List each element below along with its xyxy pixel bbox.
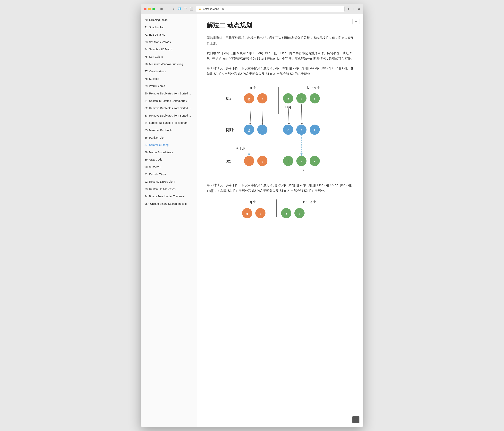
svg-text:S2:: S2: (226, 159, 231, 163)
scroll-top-button[interactable]: ↑ (352, 416, 360, 423)
svg-text:r: r (248, 159, 250, 163)
maximize-button[interactable] (152, 8, 155, 10)
new-tab-icon[interactable]: ＋ (352, 7, 355, 11)
svg-text:len－q 个: len－q 个 (307, 86, 320, 89)
page-title: 解法二 动态规划 (207, 21, 354, 30)
extension-icon[interactable]: 🧊 (178, 7, 182, 11)
svg-line-30 (301, 104, 302, 124)
sidebar-item-85[interactable]: 85. Maximal Rectangle (141, 127, 197, 134)
svg-text:g: g (261, 159, 263, 163)
sidebar-item-93[interactable]: 93. Restore IP Addresses (141, 186, 197, 193)
sidebar-item-80[interactable]: 80. Remove Duplicates from Sorted ... (141, 90, 197, 97)
address-bar[interactable]: 🔒 leetcode.wang ↻ (196, 6, 345, 12)
svg-text:r: r (261, 97, 263, 100)
svg-text:a: a (301, 97, 302, 100)
forward-button[interactable]: › (172, 7, 175, 11)
sidebar-item-91[interactable]: 91. Decode Ways (141, 171, 197, 178)
sidebar-item-75[interactable]: 75. Sort Colors (141, 53, 197, 61)
menu-button[interactable]: ≡ (352, 18, 360, 25)
svg-line-27 (250, 104, 251, 124)
paragraph-1: 既然是递归，压栈压栈压栈，出栈出栈出栈，我们可以利用动态规划的思想，省略压栈的过… (207, 35, 354, 47)
main-content: ≡ 解法二 动态规划 既然是递归，压栈压栈压栈，出栈出栈出栈，我们可以利用动态规… (197, 14, 363, 427)
titlebar: ⊞ ‹ › 🧊 🛡 ⬜ 🔒 leetcode.wang ↻ ⬆ ＋ ⧉ (141, 4, 363, 14)
svg-text:q 个: q 个 (250, 86, 256, 89)
svg-text:j: j (249, 168, 250, 171)
shield-icon[interactable]: 🛡 (184, 7, 188, 11)
svg-text:g: g (246, 212, 248, 215)
minimize-button[interactable] (148, 8, 151, 10)
svg-text:S1:: S1: (226, 97, 231, 101)
sidebar-item-79[interactable]: 79. Word Search (141, 83, 197, 90)
tab-icon[interactable]: ⬜ (189, 7, 193, 11)
svg-text:t: t (314, 128, 315, 131)
sidebar-item-78[interactable]: 78. Subsets (141, 75, 197, 83)
sidebar-item-87[interactable]: 87. Scramble String (141, 141, 197, 149)
sidebar-item-76[interactable]: 76. Minimum Window Substring (141, 61, 197, 68)
diagram-1: q 个 len－q 个 S1: g r e (207, 83, 354, 177)
sidebar-item-86[interactable]: 86. Partition List (141, 134, 197, 141)
url-text: leetcode.wang (203, 8, 219, 10)
traffic-lights (144, 8, 155, 10)
sidebar-item-72[interactable]: 72. Edit Distance (141, 31, 197, 38)
svg-text:t: t (314, 97, 315, 100)
svg-text:e: e (287, 128, 289, 131)
reload-button[interactable]: ↻ (222, 8, 224, 10)
share-icon[interactable]: ⬆ (347, 7, 350, 11)
svg-line-28 (262, 104, 263, 124)
close-button[interactable] (144, 8, 146, 10)
svg-text:e: e (285, 212, 287, 215)
browser-actions: ⬆ ＋ ⧉ (347, 7, 360, 11)
sidebar-item-88[interactable]: 88. Merge Sorted Array (141, 149, 197, 156)
svg-text:r: r (261, 128, 263, 131)
svg-text:q 个: q 个 (250, 200, 256, 204)
browser-window: ⊞ ‹ › 🧊 🛡 ⬜ 🔒 leetcode.wang ↻ ⬆ ＋ ⧉ 70. … (141, 4, 363, 427)
svg-text:i: i (252, 105, 252, 109)
paragraph-2: 我们用 dp［len］[i][j] 来表示 s1[i, i + len）和 s2… (207, 50, 354, 62)
svg-text:若干步: 若干步 (236, 147, 245, 150)
svg-text:e: e (314, 159, 315, 163)
sidebar-item-83[interactable]: 83. Remove Duplicates from Sorted ... (141, 112, 197, 120)
sidebar-item-71[interactable]: 71. Simplify Path (141, 24, 197, 31)
svg-text:切割:: 切割: (225, 128, 234, 132)
sidebar-item-70[interactable]: 70. Climbing Stairs (141, 16, 197, 24)
svg-text:g: g (248, 128, 250, 132)
sidebar-item-82[interactable]: 82. Remove Duplicates from Sorted ... (141, 105, 197, 112)
svg-text:a: a (299, 212, 300, 215)
tabs-icon[interactable]: ⧉ (358, 7, 360, 11)
sidebar-item-77[interactable]: 77. Combinations (141, 68, 197, 75)
sidebar-item-90[interactable]: 90. Subsets II (141, 163, 197, 171)
svg-text:len－q 个: len－q 个 (303, 200, 316, 204)
diagram-2: q 个 len－q 个 g r e a (207, 197, 354, 221)
sidebar: 70. Climbing Stairs71. Simplify Path72. … (141, 14, 197, 427)
sidebar-item-89[interactable]: 89. Gray Code (141, 156, 197, 163)
svg-text:r: r (260, 212, 261, 215)
sidebar-item-74[interactable]: 74. Search a 2D Matrix (141, 46, 197, 53)
sidebar-item-84[interactable]: 84. Largest Rectangle in Histogram (141, 119, 197, 127)
sidebar-toggle-button[interactable]: ⊞ (159, 6, 164, 11)
lock-icon: 🔒 (198, 8, 201, 10)
svg-text:t: t (288, 159, 289, 163)
toolbar-icons: 🧊 🛡 ⬜ (178, 7, 193, 11)
sidebar-item-92[interactable]: 92. Reverse Linked List II (141, 178, 197, 186)
svg-text:a: a (301, 159, 302, 163)
svg-text:j＋q: j＋q (298, 168, 304, 171)
content-area: 70. Climbing Stairs71. Simplify Path72. … (141, 14, 363, 427)
back-button[interactable]: ‹ (166, 7, 170, 11)
svg-text:e: e (287, 97, 289, 100)
svg-text:a: a (301, 128, 302, 131)
paragraph-4: 第 2 种情况，参考下图：假设左半部分长度是 q，那么 dp［len][i][j… (207, 182, 354, 194)
sidebar-item-81[interactable]: 81. Search in Rotated Sorted Array II (141, 97, 197, 105)
sidebar-item-95[interactable]: 95*. Unique Binary Search Trees II (141, 200, 197, 208)
paragraph-3: 第 1 种情况，参考下图：假设左半部分长度是 q，dp［len][i][j] =… (207, 66, 354, 77)
sidebar-item-94[interactable]: 94. Binary Tree Inorder Traversal (141, 193, 197, 200)
sidebar-item-73[interactable]: 73. Set Matrix Zeroes (141, 38, 197, 46)
svg-text:g: g (248, 97, 250, 101)
